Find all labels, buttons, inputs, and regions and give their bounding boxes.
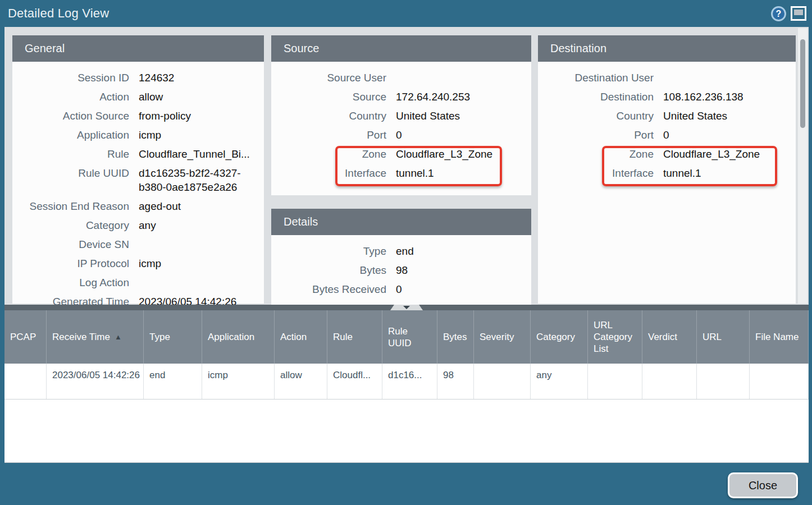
field-label: IP Protocol: [12, 256, 129, 270]
column-header-rule[interactable]: Rule: [327, 310, 382, 364]
column-header-type[interactable]: Type: [144, 310, 202, 364]
field-value: 0: [396, 282, 518, 296]
field-label: Interface: [271, 166, 386, 180]
field-row-action: Actionallow: [12, 90, 264, 104]
page-title: Detailed Log View: [8, 6, 109, 21]
cell-pcap: [4, 364, 47, 399]
column-header-application[interactable]: Application: [202, 310, 275, 364]
field-row-rule: RuleCloudflare_Tunnel_Bi...: [12, 147, 264, 161]
help-icon[interactable]: ?: [771, 6, 786, 21]
field-row-bytes: Bytes98: [271, 263, 531, 277]
table-row[interactable]: 2023/06/05 14:42:26 end icmp allow Cloud…: [4, 364, 809, 400]
field-value: 0: [663, 128, 786, 142]
cell-action: allow: [275, 364, 327, 399]
log-detail-area: General Session ID124632 Actionallow Act…: [4, 27, 809, 305]
field-value: end: [396, 244, 518, 258]
cell-category: any: [531, 364, 588, 399]
field-row-device-sn: Device SN: [12, 237, 264, 251]
splitter-collapse-handle[interactable]: [390, 305, 423, 310]
field-label: Action Source: [12, 109, 129, 123]
field-label: Log Action: [12, 276, 129, 290]
field-value: 0: [396, 128, 518, 142]
cell-verdict: [642, 364, 697, 399]
field-value: 172.64.240.253: [396, 90, 518, 104]
field-row-source-country: CountryUnited States: [271, 109, 531, 123]
sort-asc-icon: ▲: [115, 331, 122, 343]
scrollbar-thumb[interactable]: [800, 39, 805, 128]
field-value: 98: [396, 263, 518, 277]
column-header-severity[interactable]: Severity: [474, 310, 531, 364]
field-label: Port: [271, 128, 386, 142]
column-header-file-name[interactable]: File Name: [750, 310, 809, 364]
vertical-scrollbar[interactable]: [798, 28, 808, 304]
field-row-session-end-reason: Session End Reasonaged-out: [12, 199, 264, 213]
field-row-destination-country: CountryUnited States: [538, 109, 796, 123]
chevron-down-icon: [403, 306, 410, 309]
cell-severity: [474, 364, 531, 399]
field-value: United States: [396, 109, 518, 123]
destination-panel: Destination Destination User Destination…: [538, 35, 796, 304]
window-restore-icon[interactable]: [791, 6, 806, 21]
column-header-action[interactable]: Action: [275, 310, 327, 364]
field-value: aged-out: [139, 199, 261, 213]
column-header-verdict[interactable]: Verdict: [642, 310, 697, 364]
field-row-application: Applicationicmp: [12, 128, 264, 142]
source-panel: Source Source User Source172.64.240.253 …: [271, 35, 531, 195]
field-row-action-source: Action Sourcefrom-policy: [12, 109, 264, 123]
general-panel-header: General: [12, 35, 264, 62]
cell-file-name: [750, 364, 809, 399]
field-value: 2023/06/05 14:42:26: [139, 295, 261, 305]
close-button[interactable]: Close: [728, 472, 798, 498]
field-value: Cloudflare_Tunnel_Bi...: [139, 147, 261, 161]
field-label: Category: [12, 218, 129, 232]
field-value: United States: [663, 109, 786, 123]
cell-application: icmp: [202, 364, 275, 399]
field-row-type: Typeend: [271, 244, 531, 258]
log-table: PCAP Receive Time▲ Type Application Acti…: [4, 310, 809, 463]
field-row-source-zone: ZoneCloudflare_L3_Zone: [271, 147, 531, 161]
details-panel-header: Details: [271, 209, 531, 235]
field-row-category: Categoryany: [12, 218, 264, 232]
field-row-rule-uuid: Rule UUIDd1c16235-b2f2-4327-b380-0ae1875…: [12, 166, 264, 194]
field-row-source: Source172.64.240.253: [271, 90, 531, 104]
column-header-url[interactable]: URL: [697, 310, 750, 364]
cell-rule-uuid: d1c16...: [382, 364, 437, 399]
field-row-bytes-received: Bytes Received0: [271, 282, 531, 296]
pane-splitter[interactable]: [4, 305, 809, 310]
field-value: icmp: [139, 256, 261, 270]
field-label: Session End Reason: [12, 199, 129, 213]
field-label: Source: [271, 90, 386, 104]
field-label: Session ID: [12, 71, 129, 85]
field-row-generated-time: Generated Time2023/06/05 14:42:26: [12, 295, 264, 305]
cell-url-category-list: [588, 364, 642, 399]
details-panel: Details Typeend Bytes98 Bytes Received0: [271, 209, 531, 305]
destination-panel-header: Destination: [538, 35, 796, 62]
field-label: Country: [538, 109, 654, 123]
field-label: Port: [538, 128, 654, 142]
field-value: [396, 71, 518, 85]
field-label: Source User: [271, 71, 386, 85]
field-label: Bytes: [271, 263, 386, 277]
column-header-pcap[interactable]: PCAP: [4, 310, 47, 364]
field-value: allow: [139, 90, 261, 104]
field-value: [139, 276, 261, 290]
column-header-receive-time[interactable]: Receive Time▲: [47, 310, 144, 364]
column-header-url-category-list[interactable]: URL Category List: [588, 310, 642, 364]
field-row-destination-port: Port0: [538, 128, 796, 142]
field-value: d1c16235-b2f2-4327-b380-0ae1875e2a26: [139, 166, 261, 194]
field-label: Zone: [538, 147, 654, 161]
field-row-source-user: Source User: [271, 71, 531, 85]
field-row-destination-user: Destination User: [538, 71, 796, 85]
field-label: Rule: [12, 147, 129, 161]
field-value: 124632: [139, 71, 261, 85]
column-header-bytes[interactable]: Bytes: [437, 310, 474, 364]
log-table-header: PCAP Receive Time▲ Type Application Acti…: [4, 310, 809, 364]
field-value: tunnel.1: [663, 166, 786, 180]
field-label: Device SN: [12, 237, 129, 251]
field-value: any: [139, 218, 261, 232]
cell-receive-time: 2023/06/05 14:42:26: [47, 364, 144, 399]
field-label: Zone: [271, 147, 386, 161]
column-header-category[interactable]: Category: [531, 310, 588, 364]
column-header-rule-uuid[interactable]: Rule UUID: [382, 310, 437, 364]
cell-bytes: 98: [437, 364, 474, 399]
